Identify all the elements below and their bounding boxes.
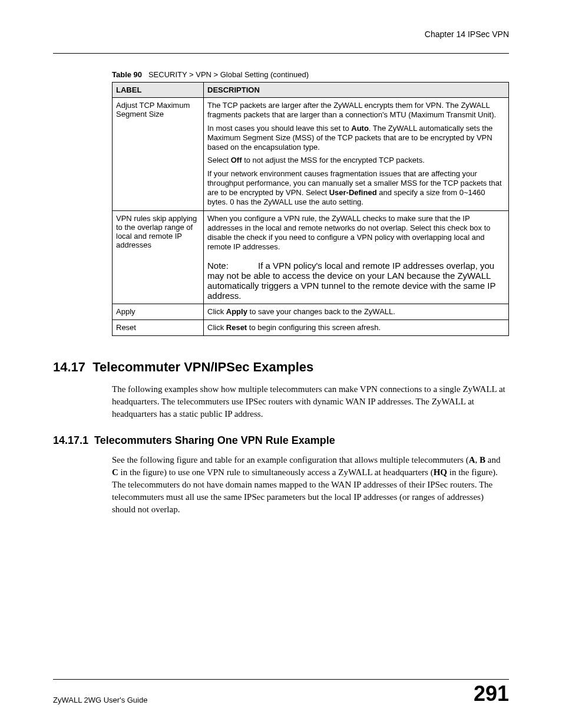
- table-row: Apply Click Apply to save your changes b…: [113, 304, 509, 319]
- section-heading: 14.17 Telecommuter VPN/IPSec Examples: [53, 360, 509, 375]
- paragraph: The TCP packets are larger after the ZyW…: [207, 101, 505, 120]
- settings-table: LABEL DESCRIPTION Adjust TCP Maximum Seg…: [112, 82, 509, 336]
- row-description: Click Reset to begin configuring this sc…: [204, 319, 509, 335]
- table-row: VPN rules skip applying to the overlap r…: [113, 210, 509, 304]
- note-label: Note:: [207, 261, 231, 271]
- table-row: Reset Click Reset to begin configuring t…: [113, 319, 509, 335]
- paragraph: Click Reset to begin configuring this sc…: [207, 323, 505, 332]
- chapter-header: Chapter 14 IPSec VPN: [53, 29, 509, 42]
- subsection-number: 14.17.1: [53, 434, 88, 446]
- paragraph: Select Off to not adjust the MSS for the…: [207, 156, 505, 165]
- row-description: When you configure a VPN rule, the ZyWAL…: [204, 210, 509, 304]
- note-body: If a VPN policy's local and remote IP ad…: [207, 261, 495, 301]
- footer-guide-title: ZyWALL 2WG User's Guide: [53, 696, 147, 704]
- subsection-paragraph: See the following figure and table for a…: [112, 454, 509, 516]
- page-number: 291: [474, 683, 509, 704]
- paragraph: If your network environment causes fragm…: [207, 169, 505, 207]
- note: Note: If a VPN policy's local and remote…: [207, 261, 505, 301]
- section-paragraph: The following examples show how multiple…: [112, 383, 509, 420]
- subsection-title: Telecommuters Sharing One VPN Rule Examp…: [94, 434, 335, 446]
- section-number: 14.17: [53, 360, 85, 374]
- table-caption: Table 90 SECURITY > VPN > Global Setting…: [112, 70, 509, 79]
- subsection-heading: 14.17.1 Telecommuters Sharing One VPN Ru…: [53, 434, 509, 447]
- row-description: The TCP packets are larger after the ZyW…: [204, 98, 509, 211]
- paragraph: In most cases you should leave this set …: [207, 124, 505, 153]
- page-footer: ZyWALL 2WG User's Guide 291: [53, 679, 509, 704]
- col-label: LABEL: [113, 83, 204, 98]
- paragraph: Click Apply to save your changes back to…: [207, 307, 505, 317]
- header-rule: [53, 53, 509, 54]
- row-label: Apply: [113, 304, 204, 319]
- table-header-row: LABEL DESCRIPTION: [113, 83, 509, 98]
- paragraph: When you configure a VPN rule, the ZyWAL…: [207, 214, 505, 252]
- row-label: Reset: [113, 319, 204, 335]
- row-label: VPN rules skip applying to the overlap r…: [113, 210, 204, 304]
- page: Chapter 14 IPSec VPN Table 90 SECURITY >…: [0, 0, 562, 728]
- table-caption-text: SECURITY > VPN > Global Setting (continu…: [148, 70, 309, 79]
- table-caption-number: Table 90: [112, 70, 142, 79]
- section-title: Telecommuter VPN/IPSec Examples: [92, 360, 313, 374]
- row-description: Click Apply to save your changes back to…: [204, 304, 509, 319]
- col-description: DESCRIPTION: [204, 83, 509, 98]
- row-label: Adjust TCP Maximum Segment Size: [113, 98, 204, 211]
- table-row: Adjust TCP Maximum Segment Size The TCP …: [113, 98, 509, 211]
